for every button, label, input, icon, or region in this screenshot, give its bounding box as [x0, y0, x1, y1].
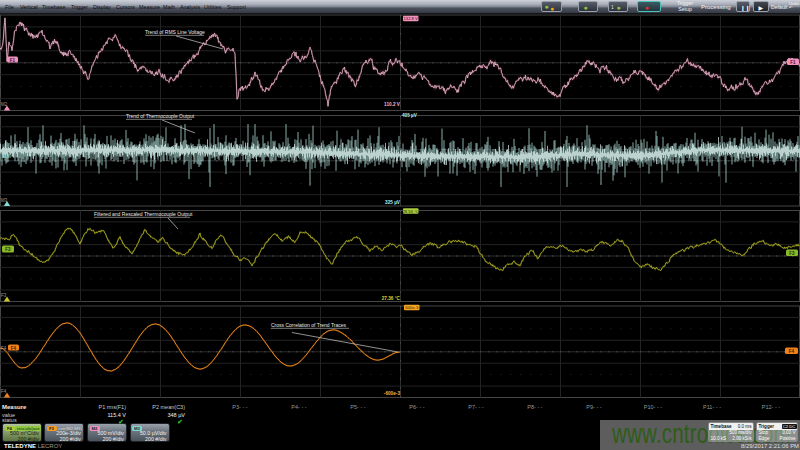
svg-text:P2 mean(C3): P2 mean(C3) — [152, 404, 185, 410]
svg-text:325 µV: 325 µV — [385, 200, 401, 205]
svg-text:P6- - -: P6- - - — [409, 404, 424, 410]
svg-text:F4: F4 — [11, 346, 17, 351]
svg-text:P7- - -: P7- - - — [468, 404, 483, 410]
svg-text:✔: ✔ — [118, 418, 123, 425]
svg-text:600e-3: 600e-3 — [405, 305, 419, 310]
svg-text:P4- - -: P4- - - — [291, 404, 306, 410]
svg-text:status: status — [2, 417, 17, 423]
svg-text:P1 rms(F1): P1 rms(F1) — [99, 404, 127, 410]
svg-text:-600e-3: -600e-3 — [384, 391, 401, 396]
svg-text:M3: M3 — [2, 153, 9, 159]
svg-text:P12- - -: P12- - - — [762, 404, 781, 410]
svg-text:27.36 °C: 27.36 °C — [382, 296, 401, 301]
svg-text:F4: F4 — [1, 389, 7, 394]
svg-text:P5- - -: P5- - - — [350, 404, 365, 410]
svg-text:P10- - -: P10- - - — [644, 404, 663, 410]
svg-text:405 µV: 405 µV — [402, 113, 418, 118]
svg-text:Measure: Measure — [2, 404, 27, 410]
svg-text:P8- - -: P8- - - — [527, 404, 542, 410]
svg-text:✔: ✔ — [177, 418, 182, 425]
svg-text:Filtered and Rescaled Thermoco: Filtered and Rescaled Thermocouple Outpu… — [94, 211, 193, 217]
svg-text:28.56 °C: 28.56 °C — [403, 209, 419, 214]
svg-text:F4: F4 — [1, 346, 7, 351]
svg-text:P11- - -: P11- - - — [703, 404, 721, 410]
svg-text:Trend of RMS Line Voltage: Trend of RMS Line Voltage — [145, 29, 205, 35]
svg-text:F1: F1 — [790, 60, 796, 65]
svg-text:132.8 V: 132.8 V — [403, 16, 418, 21]
svg-text:F3: F3 — [5, 247, 11, 252]
svg-text:F3: F3 — [1, 293, 7, 298]
svg-text:F4: F4 — [789, 349, 795, 354]
svg-text:110.2 V: 110.2 V — [384, 102, 401, 107]
svg-text:P9- - -: P9- - - — [586, 404, 601, 410]
svg-text:F3: F3 — [789, 251, 795, 256]
svg-text:Cross Correlation of Trend Tra: Cross Correlation of Trend Traces — [271, 322, 347, 328]
svg-text:P3- - -: P3- - - — [232, 404, 247, 410]
svg-text:Trend of Thermocouple Output: Trend of Thermocouple Output — [126, 113, 195, 119]
svg-text:F1: F1 — [10, 58, 16, 63]
